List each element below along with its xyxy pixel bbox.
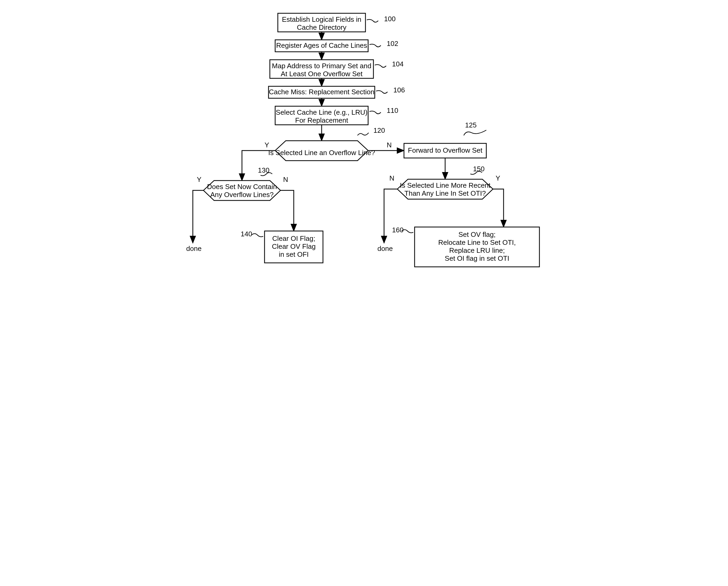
branch-label: N [387, 141, 392, 149]
flow-line [281, 190, 294, 223]
ref-label: 130 [258, 166, 269, 174]
box-text: Replace LRU line; [449, 246, 505, 255]
box-text: Cache Miss: Replacement Section [269, 88, 374, 96]
box-text: Set OV flag; [458, 231, 495, 238]
box-text: Select Cache Line (e.g., LRU) [276, 108, 367, 116]
ref-label: 104 [392, 60, 404, 68]
ref-label: 100 [384, 15, 395, 23]
decision-text: Is Selected Line More Recent [400, 181, 491, 189]
box-text: For Replacement [295, 116, 348, 124]
branch-label: Y [496, 174, 500, 182]
decision-text: Is Selected Line an Overflow Line? [268, 149, 375, 157]
branch-label: N [389, 174, 394, 182]
ref-label: 120 [373, 126, 385, 134]
box-text: At Least One Overflow Set [281, 70, 363, 78]
ref-label: 106 [393, 86, 405, 94]
box-text: in set OFI [279, 250, 309, 258]
box-text: Clear OI Flag; [272, 235, 315, 242]
decision-text: Any Overflow Lines? [210, 191, 273, 198]
ref-label: 125 [465, 121, 476, 129]
box-text: Map Address to Primary Set and [272, 62, 371, 70]
box-text: Cache Directory [297, 23, 346, 31]
decision-text: Than Any Line In Set OTI? [404, 189, 486, 197]
flow-line [493, 189, 503, 220]
branch-label: Y [197, 176, 201, 184]
ref-label: 110 [387, 106, 398, 114]
box-text: Register Ages of Cache Lines [276, 42, 367, 49]
box-text: Relocate Line to Set OTI, [438, 238, 516, 246]
branch-label: N [283, 176, 288, 184]
ref-label: 102 [387, 39, 398, 48]
ref-tick [252, 234, 263, 237]
ref-tick [369, 111, 381, 114]
decision-text: Does Set Now Contain [207, 183, 277, 191]
branch-label: Y [264, 141, 269, 149]
ref-label: 160 [392, 226, 404, 234]
ref-tick [369, 44, 381, 47]
box-text: Clear OV Flag [272, 242, 315, 250]
flow-line [193, 190, 204, 236]
terminal-label: done [378, 244, 393, 252]
ref-label: 140 [241, 230, 252, 238]
ref-tick [464, 130, 486, 135]
terminal-label: done [186, 244, 202, 252]
box-text: Set OI flag in set OTI [445, 255, 509, 262]
ref-tick [367, 19, 378, 22]
box-text: Forward to Overflow Set [408, 146, 482, 154]
box-text: Establish Logical Fields in [282, 16, 361, 23]
ref-tick [376, 90, 388, 93]
ref-tick [358, 133, 369, 135]
ref-label: 150 [473, 165, 485, 173]
ref-tick [375, 64, 386, 67]
